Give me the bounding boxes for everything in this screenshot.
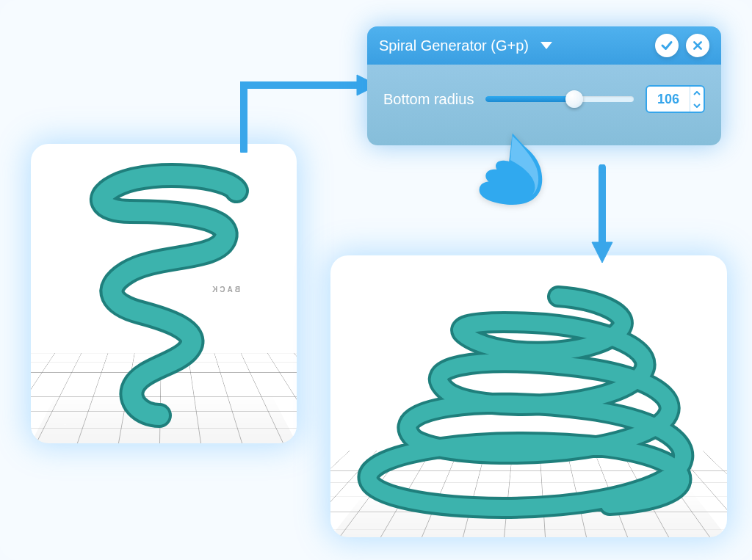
viewport-after: BACK <box>330 255 727 537</box>
chevron-up-icon <box>693 91 701 95</box>
property-label: Bottom radius <box>383 90 474 108</box>
spin-up-button[interactable] <box>690 87 704 99</box>
flow-arrow-to-panel <box>228 72 382 153</box>
property-panel: Spiral Generator (G+p) Bottom radius <box>367 26 721 145</box>
close-button[interactable] <box>686 34 709 57</box>
spin-down-button[interactable] <box>690 99 704 112</box>
panel-title: Spiral Generator (G+p) <box>379 37 529 54</box>
bottom-radius-slider[interactable] <box>485 91 634 107</box>
chevron-down-icon <box>693 103 701 108</box>
spiral-narrow <box>31 144 297 443</box>
bottom-radius-input[interactable] <box>647 87 690 112</box>
slider-fill <box>485 96 574 102</box>
close-icon <box>692 40 704 51</box>
caret-down-icon <box>540 42 552 49</box>
confirm-button[interactable] <box>655 34 679 57</box>
panel-header[interactable]: Spiral Generator (G+p) <box>367 26 721 65</box>
diagram-stage: BACK BACK Spiral Generator (G+p) <box>0 0 752 560</box>
flow-arrow-to-result <box>580 164 624 267</box>
viewport-before: BACK <box>31 144 297 443</box>
check-icon <box>660 39 673 52</box>
spiral-wide <box>330 255 727 537</box>
bottom-radius-spinbox[interactable] <box>646 85 705 113</box>
panel-body: Bottom radius <box>367 65 721 145</box>
slider-thumb[interactable] <box>565 90 583 108</box>
